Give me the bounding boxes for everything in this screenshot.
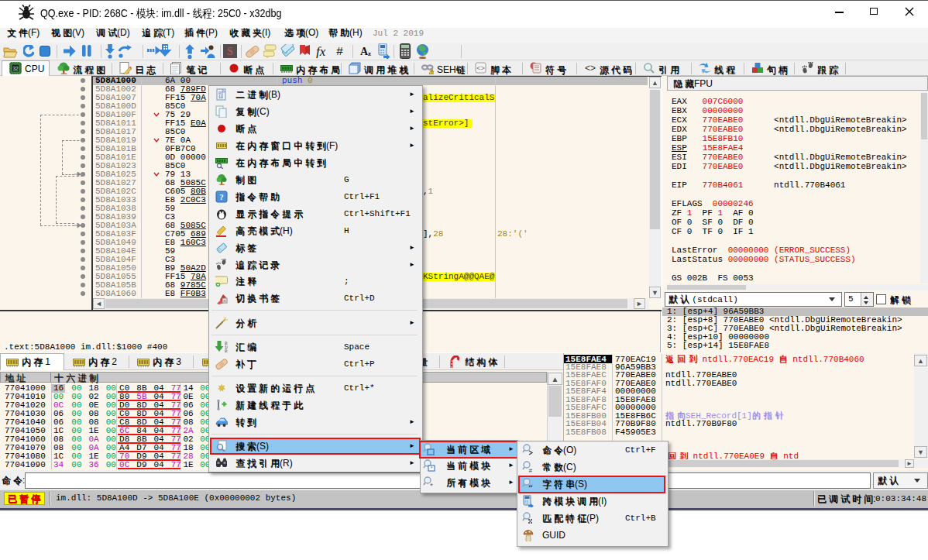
- svg-text:<>: <>: [476, 65, 485, 73]
- svg-text:?: ?: [219, 192, 224, 201]
- svg-text:32: 32: [12, 66, 19, 71]
- svg-text:*: *: [431, 466, 433, 471]
- svg-text:n: n: [224, 298, 226, 303]
- svg-text:01: 01: [225, 349, 228, 353]
- svg-text:“: “: [528, 483, 533, 490]
- svg-text:<>: <>: [585, 63, 596, 74]
- svg-text:fx: fx: [316, 45, 326, 58]
- svg-text:10: 10: [218, 95, 223, 100]
- svg-text:#: #: [529, 467, 533, 473]
- svg-text:S: S: [227, 46, 233, 57]
- svg-text:z: z: [368, 50, 371, 57]
- svg-text:*: *: [430, 482, 433, 489]
- svg-text:#: #: [336, 46, 343, 57]
